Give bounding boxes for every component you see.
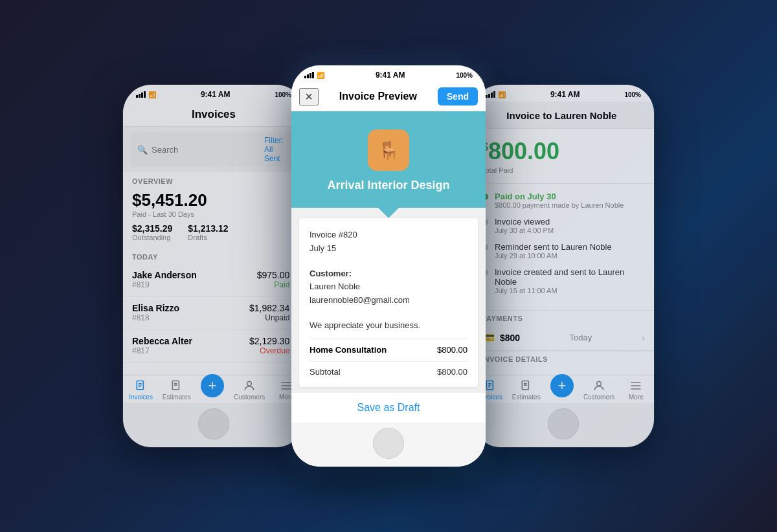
left-home-button[interactable] bbox=[198, 408, 229, 439]
right-bottom-nav: Invoices Estimates + Customers More bbox=[473, 375, 654, 403]
banner-pointer-area bbox=[291, 208, 486, 218]
center-status-icons: 📶 bbox=[304, 72, 324, 79]
timeline-item-0: Paid on July 30 $800.00 payment made by … bbox=[482, 192, 645, 209]
invoice-number: Invoice #820 bbox=[310, 228, 467, 242]
invoice-name-1: Elisa Rizzo bbox=[132, 303, 179, 313]
left-bottom-nav: Invoices Estimates + Customers More bbox=[123, 375, 304, 403]
signal-icon bbox=[136, 91, 146, 98]
left-screen-body: OVERVIEW $5,451.20 Paid - Last 30 Days $… bbox=[123, 172, 304, 375]
customer-label: Customer: bbox=[310, 267, 467, 281]
center-home-area bbox=[291, 423, 486, 467]
search-bar[interactable]: 🔍 Filter: All Sent bbox=[131, 132, 297, 167]
timeline-item-3: Invoice created and sent to Lauren Noble… bbox=[482, 267, 645, 294]
nav-label-invoices: Invoices bbox=[129, 393, 153, 401]
invoices-nav-icon bbox=[135, 379, 148, 392]
invoice-amount-2: $2,129.30 bbox=[249, 336, 289, 346]
drafts-section: $1,213.12 Drafts bbox=[188, 223, 228, 241]
center-time: 9:41 AM bbox=[376, 71, 405, 80]
right-nav-item-add[interactable]: + bbox=[548, 379, 576, 401]
center-wifi-icon: 📶 bbox=[317, 72, 324, 79]
timeline-section: Paid on July 30 $800.00 payment made by … bbox=[473, 184, 654, 310]
nav-label-customers: Customers bbox=[234, 393, 265, 401]
nav-item-add[interactable]: + bbox=[198, 379, 227, 401]
nav-item-estimates[interactable]: Estimates bbox=[163, 379, 191, 401]
left-status-icons: 📶 bbox=[136, 91, 156, 98]
timeline-item-2: Reminder sent to Lauren Noble July 29 at… bbox=[482, 242, 645, 260]
right-wifi-icon: 📶 bbox=[498, 91, 506, 98]
save-draft-button[interactable]: Save as Draft bbox=[291, 392, 486, 423]
nav-item-customers[interactable]: Customers bbox=[234, 379, 265, 401]
right-nav-item-estimates[interactable]: Estimates bbox=[512, 379, 541, 401]
today-section-header: TODAY bbox=[123, 248, 304, 263]
right-more-nav-icon bbox=[629, 379, 642, 392]
right-nav-label-estimates: Estimates bbox=[512, 393, 541, 401]
right-status-icons: 📶 bbox=[486, 91, 506, 98]
center-phone-screen: 📶 9:41 AM 100% × Invoice Preview Send 🪑 bbox=[291, 65, 486, 467]
center-phone: 📶 9:41 AM 100% × Invoice Preview Send 🪑 bbox=[291, 65, 486, 467]
company-logo: 🪑 bbox=[368, 129, 409, 171]
line-item-name: Home Consultation bbox=[310, 345, 387, 355]
right-status-bar: 📶 9:41 AM 100% bbox=[473, 85, 654, 102]
list-item[interactable]: Rebecca Alter #817 $2,129.30 Overdue › bbox=[123, 329, 304, 362]
center-status-bar: 📶 9:41 AM 100% bbox=[291, 65, 486, 82]
invoice-num-0: #819 bbox=[132, 280, 197, 289]
right-battery-icon: 100% bbox=[624, 91, 641, 98]
company-banner: 🪑 Arrival Interior Design bbox=[291, 111, 486, 208]
customers-nav-icon bbox=[243, 379, 256, 392]
timeline-sub-3: July 15 at 11:00 AM bbox=[495, 287, 645, 294]
line-item-price: $800.00 bbox=[437, 345, 467, 355]
add-button[interactable]: + bbox=[201, 374, 224, 397]
invoices-header: Invoices bbox=[123, 102, 304, 127]
outstanding-section: $2,315.29 Outstanding bbox=[132, 223, 172, 241]
subtotal-row: Subtotal $800.00 bbox=[310, 361, 467, 377]
status-badge-0: Paid bbox=[257, 280, 290, 289]
invoice-message: We appreciate your business. bbox=[310, 319, 467, 333]
payment-amount: $800 bbox=[500, 333, 520, 343]
invoice-preview-header: × Invoice Preview Send bbox=[291, 82, 486, 111]
company-name: Arrival Interior Design bbox=[327, 179, 449, 192]
outstanding-amount: $2,315.29 bbox=[132, 223, 172, 234]
timeline-main-0: Paid on July 30 bbox=[495, 192, 624, 201]
drafts-amount: $1,213.12 bbox=[188, 223, 228, 234]
right-body: $800.00 Total Paid Paid on July 30 $800.… bbox=[473, 129, 654, 375]
invoice-amount-1: $1,982.34 bbox=[249, 303, 289, 313]
invoice-name-0: Jake Anderson bbox=[132, 270, 197, 280]
left-time: 9:41 AM bbox=[201, 90, 231, 99]
list-item[interactable]: Jake Anderson #819 $975.00 Paid › bbox=[123, 263, 304, 296]
right-nav-item-customers[interactable]: Customers bbox=[583, 379, 614, 401]
list-item[interactable]: Elisa Rizzo #818 $1,982.34 Unpaid › bbox=[123, 296, 304, 329]
timeline-main-1: Invoice viewed bbox=[495, 217, 554, 227]
right-signal-icon bbox=[486, 91, 495, 98]
invoice-date: July 15 bbox=[310, 242, 467, 256]
right-phone-screen: 📶 9:41 AM 100% ‹ Invoice to Lauren Noble… bbox=[473, 85, 654, 447]
center-home-button[interactable] bbox=[373, 428, 404, 459]
overview-section: $5,451.20 Paid - Last 30 Days $2,315.29 … bbox=[123, 188, 304, 248]
left-phone-screen: 📶 9:41 AM 100% Invoices 🔍 Filter: All Se… bbox=[123, 85, 304, 447]
right-home-button[interactable] bbox=[548, 408, 579, 439]
send-button[interactable]: Send bbox=[438, 87, 478, 105]
right-nav-item-more[interactable]: More bbox=[622, 379, 650, 401]
invoice-amount-0: $975.00 bbox=[257, 270, 290, 280]
close-button[interactable]: × bbox=[299, 88, 319, 105]
left-home-area bbox=[123, 403, 304, 447]
total-paid-label: Total Paid bbox=[482, 166, 645, 174]
payment-item[interactable]: 💳 $800 Today › bbox=[473, 325, 654, 351]
subtotal-amount: $800.00 bbox=[437, 367, 467, 377]
nav-item-invoices[interactable]: Invoices bbox=[127, 379, 155, 401]
timeline-sub-2: July 29 at 10:00 AM bbox=[495, 252, 612, 260]
overview-row: $2,315.29 Outstanding $1,213.12 Drafts bbox=[132, 223, 295, 241]
overview-section-header: OVERVIEW bbox=[123, 172, 304, 188]
big-amount: $800.00 bbox=[482, 138, 645, 165]
filter-link[interactable]: Filter: All Sent bbox=[264, 136, 290, 163]
company-logo-icon: 🪑 bbox=[377, 140, 400, 161]
right-customers-nav-icon bbox=[592, 379, 605, 392]
right-add-button[interactable]: + bbox=[550, 374, 574, 397]
center-signal-icon bbox=[304, 72, 314, 78]
invoice-detail-title: Invoice to Lauren Noble bbox=[490, 110, 633, 121]
today-invoices: Jake Anderson #819 $975.00 Paid › bbox=[123, 263, 304, 362]
search-input[interactable] bbox=[152, 145, 260, 155]
wifi-icon: 📶 bbox=[148, 91, 156, 98]
customer-email: laurennoble80@gmail.com bbox=[310, 294, 467, 307]
right-phone: 📶 9:41 AM 100% ‹ Invoice to Lauren Noble… bbox=[473, 85, 654, 447]
invoice-name-2: Rebecca Alter bbox=[132, 336, 192, 346]
